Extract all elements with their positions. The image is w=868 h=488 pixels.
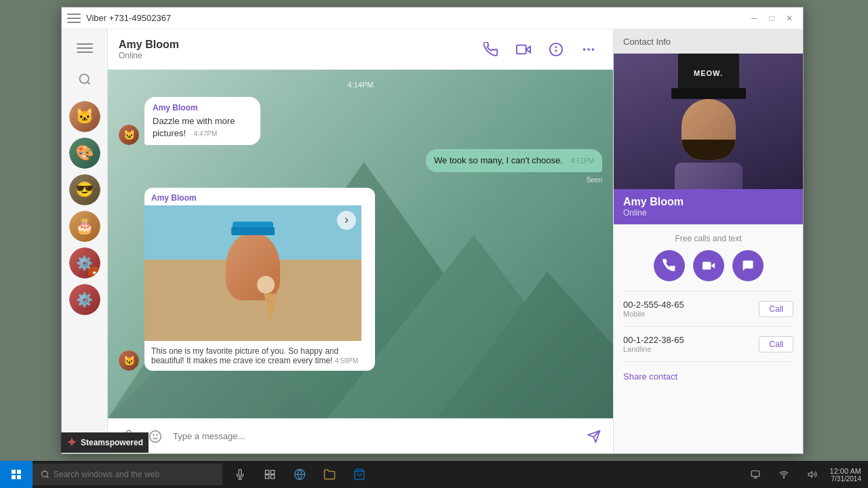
contact-name-bar: Amy Bloom Online — [614, 189, 803, 224]
taskbar: 12:00 AM 7/31/2014 — [0, 461, 868, 488]
start-button[interactable] — [0, 461, 33, 488]
steam-badge: ✦ Steamspowered — [61, 432, 149, 453]
more-button[interactable] — [575, 36, 602, 63]
taskbar-time: 12:00 AM 7/31/2014 — [830, 467, 861, 483]
clock-date: 7/31/2014 — [830, 475, 861, 483]
sidebar-item-contact5[interactable]: ⚙️ ✦ — [69, 247, 100, 279]
taskbar-pinned-icons — [222, 461, 377, 488]
sidebar-item-contact2[interactable]: 🎨 — [69, 138, 100, 169]
sidebar-item-contact6[interactable]: ⚙️ — [69, 284, 100, 315]
title-bar: Viber +731-49502367 ─ □ ✕ — [62, 7, 803, 29]
messages-container: 4:14PM 🐱 Amy Bloom Dazzle me with more p… — [108, 70, 613, 382]
contact-online-status: Online — [623, 208, 793, 218]
svg-rect-31 — [271, 470, 274, 474]
svg-rect-36 — [751, 471, 760, 476]
svg-rect-30 — [265, 470, 269, 474]
call-landline-button[interactable]: Call — [759, 336, 793, 352]
message-image[interactable] — [144, 205, 361, 341]
close-button[interactable]: ✕ — [781, 10, 797, 26]
steam-label: Steamspowered — [81, 438, 143, 447]
svg-point-26 — [42, 471, 48, 477]
image-message-sender: Amy Bloom — [144, 188, 375, 205]
contact-message-button[interactable] — [732, 250, 764, 281]
sidebar-item-amy[interactable]: 🐱 — [69, 101, 100, 132]
steam-logo-icon: ✦ — [66, 435, 77, 450]
chat-header: Amy Bloom Online — [108, 29, 613, 70]
contact-actions-section: Free calls and text — [614, 224, 803, 291]
message-time-1: 4:47PM — [194, 130, 217, 138]
svg-rect-21 — [702, 262, 711, 270]
timestamp-414pm: 4:14PM — [119, 77, 602, 93]
chat-contact-name: Amy Bloom — [119, 39, 477, 51]
svg-point-15 — [150, 430, 161, 442]
chat-contact-status: Online — [119, 51, 477, 60]
svg-line-1 — [87, 82, 90, 85]
sidebar-search-icon[interactable] — [71, 66, 98, 93]
taskbar-search-box[interactable] — [33, 464, 222, 485]
monitor-icon[interactable] — [743, 461, 768, 488]
phone-number-landline: 00-1-222-38-65 — [623, 335, 759, 345]
network-icon[interactable] — [772, 461, 796, 488]
svg-rect-24 — [12, 475, 16, 479]
svg-rect-25 — [17, 475, 21, 479]
taskbar-right-area: 12:00 AM 7/31/2014 — [736, 461, 868, 488]
contact-info-panel: Contact Info MEOW. — [613, 29, 803, 453]
share-contact-link[interactable]: Share contact — [614, 362, 803, 391]
message-outgoing-1: We took so many, I can't choose. 4:51PM — [119, 149, 602, 172]
message-sender-1: Amy Bloom — [153, 102, 252, 114]
svg-point-7 — [583, 48, 586, 51]
contact-photo-placeholder: MEOW. — [614, 54, 803, 189]
window-title: Viber +731-49502367 — [86, 13, 171, 23]
chat-header-info: Amy Bloom Online — [119, 39, 477, 60]
system-tray-icons — [743, 461, 825, 488]
taskbar-task-view-icon[interactable] — [258, 461, 282, 488]
svg-point-9 — [592, 48, 595, 51]
volume-icon[interactable] — [800, 461, 825, 488]
taskbar-search-input[interactable] — [54, 470, 214, 479]
sidebar-item-contact3[interactable]: 😎 — [69, 174, 100, 205]
sidebar-menu-icon[interactable] — [71, 36, 98, 60]
info-button[interactable] — [542, 36, 570, 63]
call-mobile-button[interactable]: Call — [759, 301, 793, 317]
main-content: 🐱 🎨 😎 🎂 ⚙️ — [62, 29, 803, 453]
contact-call-button[interactable] — [654, 250, 685, 281]
contact-photo: MEOW. — [614, 54, 803, 189]
title-bar-menu-icon[interactable] — [67, 12, 81, 25]
taskbar-mic-icon[interactable] — [228, 461, 252, 488]
svg-rect-3 — [517, 45, 526, 54]
viber-window: Viber +731-49502367 ─ □ ✕ 🐱 — [61, 7, 804, 454]
svg-point-8 — [587, 48, 590, 51]
phone-type-landline: Landline — [623, 345, 759, 353]
taskbar-explorer-icon[interactable] — [317, 461, 342, 488]
message-caption: This one is my favorite picture of you. … — [144, 341, 375, 371]
phone-entry-mobile: 00-2-555-48-65 Mobile Call — [614, 291, 803, 326]
sidebar: 🐱 🎨 😎 🎂 ⚙️ — [62, 29, 108, 453]
call-button[interactable] — [477, 36, 505, 63]
message-avatar-1: 🐱 — [119, 125, 139, 145]
sidebar-item-contact4[interactable]: 🎂 — [69, 211, 100, 242]
message-time-2: 4:51PM — [571, 157, 594, 165]
window-controls: ─ □ ✕ — [746, 10, 797, 26]
phone-info-mobile: 00-2-555-48-65 Mobile — [623, 300, 759, 318]
taskbar-ie-icon[interactable] — [288, 461, 312, 488]
message-bubble-1: Amy Bloom Dazzle me with more pictures! … — [144, 97, 260, 145]
message-incoming-image: 🐱 Amy Bloom — [119, 188, 602, 371]
message-text-2: We took so many, I can't choose. — [434, 155, 563, 165]
phone-type-mobile: Mobile — [623, 310, 759, 318]
svg-rect-22 — [12, 470, 16, 474]
taskbar-store-icon[interactable] — [347, 461, 372, 488]
minimize-button[interactable]: ─ — [746, 10, 762, 26]
maximize-button[interactable]: □ — [764, 10, 780, 26]
message-seen: Seen — [119, 176, 602, 184]
chat-input-bar — [108, 418, 613, 453]
chat-messages[interactable]: 4:14PM 🐱 Amy Bloom Dazzle me with more p… — [108, 70, 613, 418]
video-call-button[interactable] — [510, 36, 537, 63]
message-input[interactable] — [173, 431, 576, 441]
svg-marker-20 — [711, 263, 715, 268]
message-with-image: Amy Bloom — [144, 188, 375, 371]
send-button[interactable] — [583, 426, 605, 447]
phone-number-mobile: 00-2-555-48-65 — [623, 300, 759, 310]
svg-marker-2 — [526, 46, 530, 52]
contact-video-button[interactable] — [693, 250, 724, 281]
contact-name: Amy Bloom — [623, 196, 793, 208]
